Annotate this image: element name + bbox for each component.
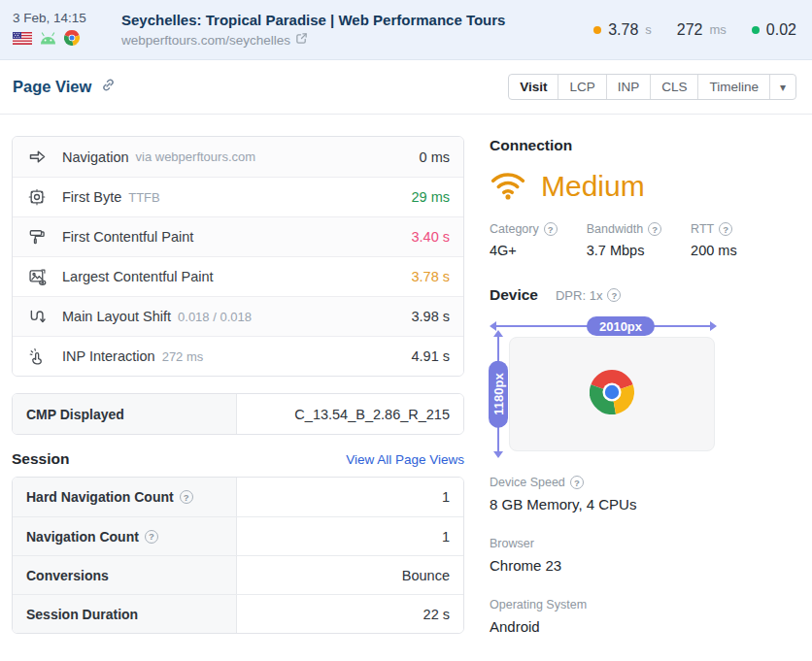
help-icon[interactable]	[570, 476, 584, 489]
stat-label: Bandwidth	[587, 222, 643, 236]
table-row-inp[interactable]: INP Interaction 272 ms 4.91 s	[13, 336, 463, 376]
row-sublabel: 0.018 / 0.018	[178, 310, 252, 324]
help-icon[interactable]	[719, 222, 732, 236]
header-meta: 3 Feb, 14:15	[13, 11, 121, 50]
help-icon[interactable]	[648, 222, 661, 236]
session-row-label: Navigation Count	[26, 529, 139, 545]
paint-roller-icon	[26, 226, 48, 248]
browser-value: Chrome 23	[490, 557, 796, 574]
row-label: Main Layout Shift	[62, 309, 171, 324]
external-link-icon[interactable]	[295, 32, 308, 48]
session-row-value: 22 s	[237, 595, 463, 633]
connection-heading: Connection	[490, 137, 796, 154]
row-sublabel: 272 ms	[162, 349, 204, 364]
table-row-first-byte[interactable]: First Byte TTFB 29 ms	[13, 177, 463, 216]
chrome-logo-icon	[590, 370, 634, 418]
session-row-value: Bounce	[237, 556, 463, 594]
table-row-session-duration: Session Duration 22 s	[13, 594, 463, 633]
session-row-value: 1	[237, 478, 463, 516]
lcp-unit: s	[645, 22, 652, 37]
chip-icon	[26, 186, 48, 208]
header-inp-stat: 272 ms	[677, 21, 727, 39]
row-value: 0 ms	[420, 149, 450, 165]
page-url[interactable]: webperftours.com/seychelles	[121, 33, 290, 48]
cmp-table: CMP Displayed C_13.54_B_2.86_R_215	[12, 393, 464, 435]
row-value: 29 ms	[412, 189, 451, 205]
tab-visit[interactable]: Visit	[509, 75, 558, 99]
os-label: Operating System	[490, 598, 587, 611]
timestamp: 3 Feb, 14:15	[13, 11, 121, 25]
inp-value: 272	[677, 21, 703, 39]
session-row-label: Session Duration	[26, 607, 138, 622]
table-row-fcp[interactable]: First Contentful Paint 3.40 s	[13, 216, 463, 256]
page-title: Seychelles: Tropical Paradise | Web Perf…	[121, 12, 593, 28]
row-value: 3.78 s	[412, 269, 451, 284]
table-row-conversions: Conversions Bounce	[13, 555, 463, 594]
wifi-icon	[490, 168, 526, 204]
stat-value: 200 ms	[691, 243, 737, 258]
tab-cls[interactable]: CLS	[650, 75, 697, 99]
row-label: Navigation	[62, 149, 129, 165]
connection-quality: Medium	[541, 170, 645, 203]
header-cls-stat: 0.02	[752, 21, 796, 39]
image-icon	[26, 266, 48, 287]
tab-lcp[interactable]: LCP	[558, 75, 605, 99]
table-row-lcp[interactable]: Largest Contentful Paint 3.78 s	[13, 256, 463, 296]
row-label: INP Interaction	[62, 348, 155, 364]
lcp-status-dot	[593, 26, 601, 34]
help-icon[interactable]	[180, 490, 193, 504]
cls-value: 0.02	[766, 21, 796, 39]
cmp-value: C_13.54_B_2.86_R_215	[237, 394, 463, 434]
navigation-arrow-icon	[26, 147, 48, 168]
screen-height-badge: 1180px	[489, 360, 508, 427]
waterfall-table: Navigation via webperftours.com 0 ms Fir…	[12, 136, 464, 377]
table-row-hard-nav-count: Hard Navigation Count 1	[13, 478, 463, 516]
row-sublabel: TTFB	[128, 190, 160, 205]
device-heading: Device	[490, 286, 538, 304]
row-value: 4.91 s	[412, 348, 451, 364]
lcp-value: 3.78	[608, 21, 638, 39]
table-row-layout-shift[interactable]: Main Layout Shift 0.018 / 0.018 3.98 s	[13, 296, 463, 336]
os-value: Android	[490, 618, 796, 635]
connection-rtt-stat: RTT 200 ms	[691, 222, 737, 258]
row-value: 3.98 s	[412, 309, 451, 324]
link-icon[interactable]	[100, 77, 117, 97]
row-label: First Byte	[62, 189, 121, 205]
connection-bandwidth-stat: Bandwidth 3.7 Mbps	[587, 222, 661, 258]
help-icon[interactable]	[544, 222, 558, 236]
header-lcp-stat: 3.78 s	[593, 21, 652, 39]
help-icon[interactable]	[145, 530, 158, 544]
device-speed-label: Device Speed	[490, 476, 565, 489]
cls-status-dot	[752, 26, 760, 34]
stat-label: RTT	[691, 222, 714, 236]
chrome-browser-icon	[64, 30, 80, 50]
tabs-dropdown-caret-icon[interactable]	[769, 75, 795, 99]
dpr-label: DPR: 1x	[556, 288, 602, 303]
session-row-label: Conversions	[26, 568, 109, 583]
page-view-title: Page View	[13, 78, 91, 96]
view-all-page-views-link[interactable]: View All Page Views	[346, 452, 464, 467]
session-row-value: 1	[237, 517, 463, 555]
us-flag-icon	[13, 31, 32, 49]
shift-icon	[26, 306, 48, 327]
row-sublabel: via webperftours.com	[136, 149, 256, 164]
tab-inp[interactable]: INP	[606, 75, 651, 99]
row-label: First Contentful Paint	[62, 229, 193, 245]
cmp-label: CMP Displayed	[13, 394, 237, 434]
view-tabs: Visit LCP INP CLS Timeline	[508, 74, 796, 100]
tab-timeline[interactable]: Timeline	[697, 75, 769, 99]
header-vitals: 3.78 s 272 ms 0.02	[593, 21, 796, 39]
row-value: 3.40 s	[412, 229, 451, 245]
browser-label: Browser	[490, 537, 534, 550]
session-row-label: Hard Navigation Count	[26, 489, 174, 505]
android-icon	[39, 31, 57, 49]
stat-value: 3.7 Mbps	[587, 243, 661, 258]
table-row-navigation[interactable]: Navigation via webperftours.com 0 ms	[13, 137, 463, 177]
device-screen-diagram: 2010px 1180px	[490, 316, 723, 451]
page-header: 3 Feb, 14:15 Seychelles: Tropical Paradi…	[0, 0, 812, 60]
device-screen	[509, 337, 715, 451]
help-icon[interactable]	[607, 288, 621, 302]
tap-icon	[26, 346, 48, 367]
session-table: Hard Navigation Count 1 Navigation Count…	[12, 477, 464, 634]
table-row-nav-count: Navigation Count 1	[13, 516, 463, 555]
